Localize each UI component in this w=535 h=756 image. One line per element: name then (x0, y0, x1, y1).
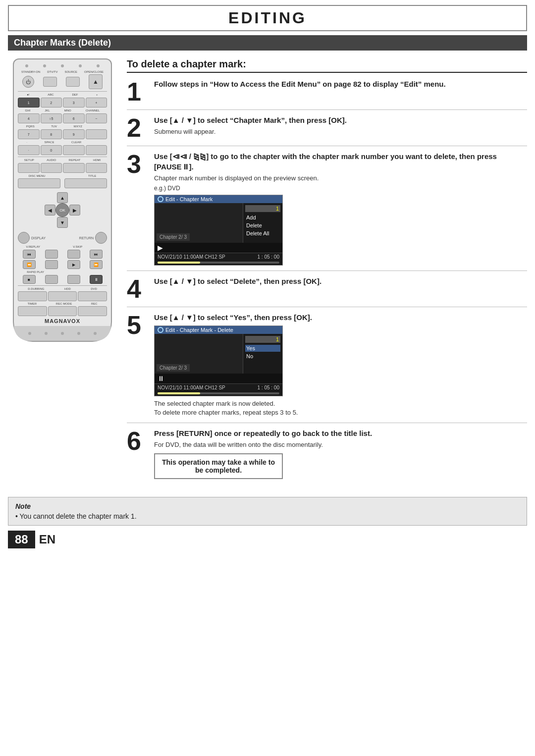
top-buttons-row: ▲ (18, 74, 107, 89)
hdd-button[interactable] (48, 291, 77, 301)
screen-5-yes: Yes (245, 345, 280, 352)
screen-3-progress (158, 262, 279, 264)
num-7[interactable]: 7 (18, 129, 40, 139)
dubbing-button[interactable] (18, 291, 47, 301)
stop-button[interactable]: ■ (23, 275, 36, 284)
step-2-block: 2 Use [▲ / ▼] to select “Chapter Mark”, … (127, 115, 527, 146)
step-4-main: Use [▲ / ▼] to select “Delete”, then pre… (154, 276, 527, 286)
return-button[interactable] (95, 232, 107, 244)
step-5-main: Use [▲ / ▼] to select “Yes”, then press … (154, 312, 527, 323)
brand-label: MAGNAVOX (18, 318, 107, 324)
hdmi-button[interactable] (86, 163, 107, 173)
down-button[interactable]: ▼ (57, 217, 68, 228)
dot-button[interactable]: · (18, 145, 40, 155)
num-5[interactable]: ○5 (41, 113, 62, 123)
screen-3-add: Add (245, 214, 280, 221)
dtv-tv-button[interactable] (43, 77, 57, 87)
open-close-button[interactable]: ▲ (89, 74, 103, 89)
page-header: EDITING (8, 5, 527, 31)
source-button[interactable] (66, 77, 80, 87)
screen-3-delete: Delete (245, 222, 280, 229)
pause-button[interactable]: ⏸ (90, 275, 103, 284)
dot (61, 332, 64, 335)
step-6-main: Press [RETURN] once or repeatedly to go … (154, 428, 527, 438)
screen-5-preview: Chapter 2/ 3 (155, 334, 243, 374)
screen-5-footer-right: 1 : 05 : 00 (258, 385, 279, 390)
dot (61, 64, 64, 67)
num-row-2: 4 ○5 6 − (18, 113, 107, 123)
d-pad: ▲ ◀ OK ▶ ▼ (43, 190, 82, 230)
screen-3-chapter: Chapter 2/ 3 (157, 233, 190, 241)
step-1-block: 1 Follow steps in “How to Access the Edi… (127, 79, 527, 110)
num-9[interactable]: 9 (63, 129, 85, 139)
screen-3-header-text: Edit - Chapter Mark (165, 196, 213, 202)
screen-3-body: Chapter 2/ 3 1 Add Delete Delete All (155, 203, 282, 243)
step-1-number: 1 (127, 79, 149, 105)
screen-5-progress (158, 392, 279, 394)
step-5-content: Use [▲ / ▼] to select “Yes”, then press … (154, 312, 527, 417)
rec-button[interactable] (78, 306, 107, 316)
disc-icon (158, 196, 163, 202)
step-5-after1: The selected chapter mark is now deleted… (154, 399, 527, 408)
num-row-1: 1 2 3 + (18, 98, 107, 108)
filler (86, 145, 107, 155)
step-6-content: Press [RETURN] once or repeatedly to go … (154, 428, 527, 479)
dot (97, 64, 100, 67)
num-labels-3: PQRS TUV WXYZ (18, 125, 107, 128)
step-6-number: 6 (127, 428, 149, 454)
vreplay-button[interactable] (45, 250, 58, 259)
num-2[interactable]: 2 (41, 98, 62, 108)
fast-forward-button[interactable]: ⏩ (90, 260, 103, 269)
num-4[interactable]: 4 (18, 113, 40, 123)
remote-control: STANDBY-ON DTV/TV SOURCE OPEN/CLOSE ▲ ●!… (13, 58, 112, 342)
clear-button[interactable] (63, 145, 85, 155)
audio-button[interactable] (41, 163, 62, 173)
num-placeholder (86, 129, 107, 139)
top-labels-row: STANDBY-ON DTV/TV SOURCE OPEN/CLOSE (18, 70, 107, 73)
rapid-play-label: RAPID PLAY (18, 270, 107, 273)
page-footer: 88 EN (8, 531, 527, 548)
screen-3-preview: Chapter 2/ 3 (155, 203, 243, 243)
num-1[interactable]: 1 (18, 98, 40, 108)
screen-3-progress-fill (158, 262, 200, 264)
vskip-button[interactable] (67, 250, 80, 259)
up-button[interactable]: ▲ (57, 192, 68, 203)
num-0[interactable]: 0 (41, 145, 62, 155)
rewind-button[interactable]: ⏪ (23, 260, 36, 269)
rec-mode-button[interactable] (48, 306, 77, 316)
num-3[interactable]: 3 (63, 98, 85, 108)
screen-3-header: Edit - Chapter Mark (155, 195, 282, 203)
disc-menu-button[interactable] (18, 178, 60, 188)
display-button[interactable] (18, 232, 30, 244)
repeat-button[interactable] (63, 163, 85, 173)
ok-button[interactable]: OK (55, 203, 69, 217)
disc-icon-5 (158, 327, 163, 333)
separator3 (18, 285, 107, 286)
plus-button[interactable]: + (86, 98, 107, 108)
power-button[interactable] (22, 76, 34, 88)
left-button[interactable]: ◀ (45, 205, 55, 216)
setup-button[interactable] (18, 163, 40, 173)
next-chapter-button[interactable]: ⏭ (90, 250, 103, 259)
transport-row-1: ⏮ ⏭ (18, 250, 107, 259)
num-8[interactable]: 8 (41, 129, 62, 139)
step-5-block: 5 Use [▲ / ▼] to select “Yes”, then pres… (127, 312, 527, 423)
prev-chapter-button[interactable]: ⏮ (23, 250, 36, 259)
dot (77, 332, 80, 335)
menu-row (18, 163, 107, 173)
timer-button[interactable] (18, 306, 47, 316)
play-button[interactable]: ▶ (67, 260, 80, 269)
menu-labels: SETUP AUDIO REPEAT HDMI (18, 159, 107, 162)
separator2 (18, 157, 107, 157)
right-button[interactable]: ▶ (69, 205, 80, 216)
step-3-sub: Chapter mark number is displayed on the … (154, 174, 527, 183)
separator (18, 91, 107, 92)
channel-minus[interactable]: − (86, 113, 107, 123)
dot (94, 332, 97, 335)
num-6[interactable]: 6 (63, 113, 85, 123)
screen-5-footer-left: NOV/21/10 11:00AM CH12 SP (158, 385, 225, 390)
dvd-button[interactable] (78, 291, 107, 301)
vreplay-labels: V.REPLAY V.SKIP (18, 245, 107, 248)
screen-5-menu: 1 Yes No (243, 334, 282, 374)
title-button[interactable] (64, 178, 107, 188)
